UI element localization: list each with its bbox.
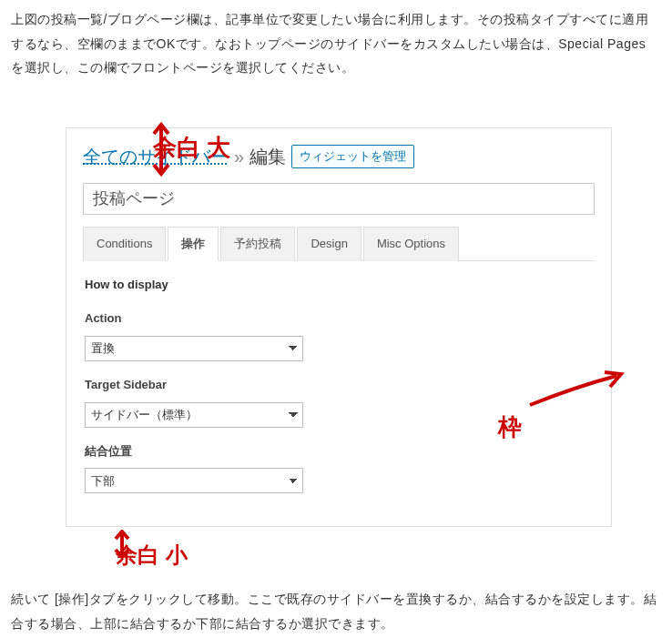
tab-misc[interactable]: Misc Options bbox=[363, 227, 459, 262]
screenshot-figure: 余白 大 全てのサイドバー » 編集 ウィジェットを管理 Conditions … bbox=[11, 127, 661, 527]
breadcrumb-sep: » bbox=[234, 139, 244, 174]
frame-arrow bbox=[521, 369, 630, 414]
target-select[interactable]: サイドバー（標準） bbox=[85, 402, 303, 428]
section-title: How to display bbox=[85, 274, 593, 297]
merge-select[interactable]: 下部 bbox=[85, 468, 303, 493]
action-select[interactable]: 置換 bbox=[85, 336, 303, 361]
annot-margin-large: 余白 大 bbox=[153, 126, 230, 170]
annot-frame: 枠 bbox=[498, 405, 522, 450]
tab-handle[interactable]: 操作 bbox=[168, 227, 219, 262]
outro-text: 続いて [操作]タブをクリックして移動。ここで既存のサイドバーを置換するか、結合… bbox=[11, 587, 661, 635]
form-area: How to display Action 置換 Target Sidebar … bbox=[83, 261, 595, 510]
tab-list: Conditions 操作 予約投稿 Design Misc Options bbox=[83, 226, 595, 262]
title-input[interactable] bbox=[83, 183, 595, 215]
tab-conditions[interactable]: Conditions bbox=[83, 227, 166, 262]
settings-panel: 全てのサイドバー » 編集 ウィジェットを管理 Conditions 操作 予約… bbox=[66, 127, 612, 527]
breadcrumb-current: 編集 bbox=[249, 139, 286, 174]
annot-margin-small: 余白 小 bbox=[116, 534, 188, 576]
tab-schedule[interactable]: 予約投稿 bbox=[220, 227, 295, 262]
manage-widgets-button[interactable]: ウィジェットを管理 bbox=[291, 145, 414, 168]
target-label: Target Sidebar bbox=[85, 374, 593, 397]
intro-text: 上図の投稿一覧/ブログページ欄は、記事単位で変更したい場合に利用します。その投稿… bbox=[11, 7, 661, 80]
tab-design[interactable]: Design bbox=[297, 227, 361, 262]
action-label: Action bbox=[85, 308, 593, 330]
